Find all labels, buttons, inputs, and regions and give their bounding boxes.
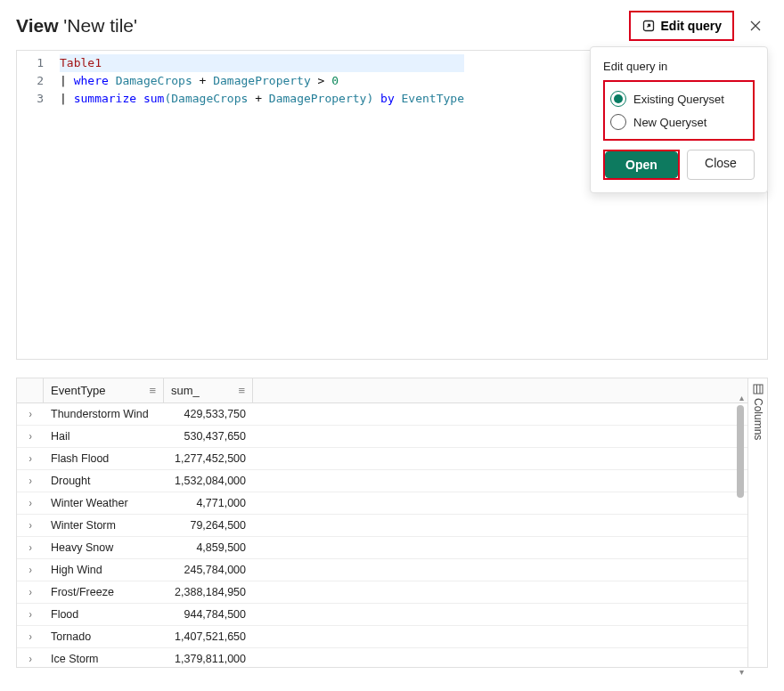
cell-eventtype: Drought — [44, 475, 164, 487]
cell-eventtype: Hail — [44, 430, 164, 443]
cell-sum: 1,277,452,500 — [164, 452, 253, 465]
column-header-sum[interactable]: sum_ ≡ — [164, 378, 253, 402]
edit-query-button[interactable]: Edit query — [632, 13, 731, 38]
close-button[interactable] — [743, 13, 768, 38]
expand-row-icon[interactable]: › — [17, 519, 44, 532]
title-prefix: View — [16, 15, 58, 36]
cell-sum: 1,407,521,650 — [164, 630, 253, 643]
cell-eventtype: Heavy Snow — [44, 541, 164, 554]
columns-side-tab[interactable]: Columns — [747, 378, 767, 667]
expand-row-icon[interactable]: › — [17, 408, 44, 420]
columns-icon — [753, 384, 764, 394]
cell-sum: 530,437,650 — [164, 430, 253, 443]
cell-sum: 4,771,000 — [164, 497, 253, 509]
cell-eventtype: Flash Flood — [44, 452, 164, 465]
cell-eventtype: Ice Storm — [44, 653, 164, 665]
cell-sum: 429,533,750 — [164, 408, 253, 420]
modal-header: View 'New tile' Edit query — [0, 0, 784, 50]
table-row[interactable]: ›Ice Storm1,379,811,000 — [17, 648, 747, 667]
cell-sum: 944,784,500 — [164, 608, 253, 621]
cell-sum: 4,859,500 — [164, 541, 253, 554]
expand-row-icon[interactable]: › — [17, 586, 44, 598]
open-button-highlight: Open — [603, 150, 680, 180]
scrollbar-thumb[interactable] — [737, 405, 744, 498]
table-row[interactable]: ›Frost/Freeze2,388,184,950 — [17, 581, 747, 604]
page-title: View 'New tile' — [16, 15, 137, 37]
title-name: 'New tile' — [63, 15, 137, 36]
cell-sum: 245,784,000 — [164, 564, 253, 576]
column-header-eventtype[interactable]: EventType ≡ — [44, 378, 164, 402]
radio-icon — [610, 91, 626, 107]
grid-body: ›Thunderstorm Wind429,533,750›Hail530,43… — [17, 403, 747, 667]
radio-label: Existing Queryset — [633, 93, 724, 106]
table-row[interactable]: ›Drought1,532,084,000 — [17, 470, 747, 492]
cell-eventtype: Winter Storm — [44, 519, 164, 532]
vertical-scrollbar[interactable]: ▴ ▾ — [737, 405, 746, 663]
svg-rect-1 — [754, 385, 763, 394]
expand-row-icon[interactable]: › — [17, 475, 44, 487]
scroll-up-icon[interactable]: ▴ — [737, 393, 746, 402]
radio-icon — [610, 114, 626, 130]
cell-sum: 1,379,811,000 — [164, 653, 253, 665]
expand-row-icon[interactable]: › — [17, 630, 44, 643]
cell-eventtype: Flood — [44, 608, 164, 621]
table-row[interactable]: ›Tornado1,407,521,650 — [17, 626, 747, 648]
cell-eventtype: Tornado — [44, 630, 164, 643]
column-label: sum_ — [171, 384, 200, 397]
open-external-icon — [641, 19, 656, 33]
cell-sum: 1,532,084,000 — [164, 475, 253, 487]
code-content: Table1| where DamageCrops + DamageProper… — [60, 51, 464, 359]
expand-row-icon[interactable]: › — [17, 564, 44, 576]
queryset-radio-group: Existing Queryset New Queryset — [603, 80, 755, 141]
cell-eventtype: Frost/Freeze — [44, 586, 164, 598]
edit-query-label: Edit query — [661, 19, 722, 33]
scroll-down-icon[interactable]: ▾ — [737, 667, 746, 676]
grid-header: EventType ≡ sum_ ≡ — [17, 378, 747, 403]
table-row[interactable]: ›Winter Storm79,264,500 — [17, 515, 747, 537]
cell-eventtype: High Wind — [44, 564, 164, 576]
expand-column-header[interactable] — [17, 378, 44, 402]
table-row[interactable]: ›Flood944,784,500 — [17, 604, 747, 626]
table-row[interactable]: ›Hail530,437,650 — [17, 426, 747, 448]
expand-row-icon[interactable]: › — [17, 452, 44, 465]
results-panel: EventType ≡ sum_ ≡ ›Thunderstorm Wind429… — [16, 378, 768, 668]
cell-sum: 2,388,184,950 — [164, 586, 253, 598]
open-button[interactable]: Open — [605, 151, 678, 178]
cell-sum: 79,264,500 — [164, 519, 253, 532]
table-row[interactable]: ›Flash Flood1,277,452,500 — [17, 448, 747, 470]
edit-query-highlight: Edit query — [629, 11, 734, 41]
expand-row-icon[interactable]: › — [17, 497, 44, 509]
cell-eventtype: Thunderstorm Wind — [44, 408, 164, 420]
close-popover-button[interactable]: Close — [687, 150, 755, 180]
table-row[interactable]: ›Heavy Snow4,859,500 — [17, 537, 747, 559]
radio-label: New Queryset — [633, 116, 706, 129]
column-menu-icon[interactable]: ≡ — [149, 384, 156, 397]
expand-row-icon[interactable]: › — [17, 608, 44, 621]
table-row[interactable]: ›Winter Weather4,771,000 — [17, 492, 747, 515]
cell-eventtype: Winter Weather — [44, 497, 164, 509]
line-gutter: 123 — [17, 51, 60, 359]
table-row[interactable]: ›Thunderstorm Wind429,533,750 — [17, 403, 747, 426]
radio-existing-queryset[interactable]: Existing Queryset — [608, 87, 749, 110]
column-label: EventType — [51, 384, 105, 397]
radio-new-queryset[interactable]: New Queryset — [608, 110, 749, 134]
expand-row-icon[interactable]: › — [17, 430, 44, 443]
results-grid: EventType ≡ sum_ ≡ ›Thunderstorm Wind429… — [17, 378, 747, 667]
popover-title: Edit query in — [603, 60, 755, 73]
edit-query-popover: Edit query in Existing Queryset New Quer… — [590, 46, 768, 193]
table-row[interactable]: ›High Wind245,784,000 — [17, 559, 747, 581]
column-menu-icon[interactable]: ≡ — [238, 384, 245, 397]
expand-row-icon[interactable]: › — [17, 541, 44, 554]
columns-label: Columns — [752, 398, 764, 440]
expand-row-icon[interactable]: › — [17, 653, 44, 665]
